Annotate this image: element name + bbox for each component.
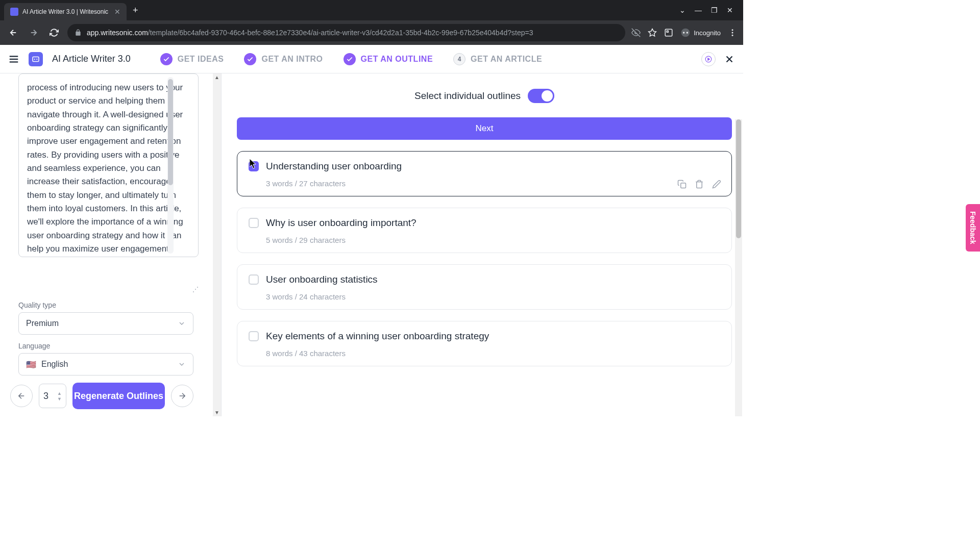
incognito-label: Incognito (694, 29, 721, 37)
outline-meta: 3 words / 27 characters (266, 179, 720, 188)
step-get-article[interactable]: 4 GET AN ARTICLE (453, 53, 542, 65)
trash-icon[interactable] (695, 180, 704, 189)
outline-checkbox[interactable] (249, 218, 259, 228)
reload-button[interactable] (47, 26, 61, 40)
edit-icon[interactable] (712, 180, 721, 189)
svg-point-6 (732, 35, 733, 36)
step-number: 4 (453, 53, 465, 65)
eye-off-icon[interactable] (631, 28, 641, 37)
outline-title: User onboarding statistics (266, 274, 378, 285)
maximize-icon[interactable]: ❐ (711, 6, 718, 14)
incognito-indicator[interactable]: Incognito (680, 28, 721, 38)
svg-rect-10 (33, 57, 39, 61)
right-panel: Select individual outlines Next Understa… (222, 73, 743, 416)
step-label: GET AN OUTLINE (361, 55, 433, 64)
outline-meta: 3 words / 24 characters (266, 292, 720, 301)
chevron-down-icon[interactable]: ▼ (57, 396, 62, 402)
outline-checkbox[interactable] (249, 161, 259, 171)
prev-button[interactable] (10, 385, 33, 407)
next-arrow-button[interactable] (171, 385, 193, 407)
resize-handle-icon[interactable]: ⋰ (192, 286, 199, 293)
toggle-row: Select individual outlines (237, 73, 732, 117)
outline-card[interactable]: Why is user onboarding important? 5 word… (237, 208, 732, 253)
outline-card[interactable]: Understanding user onboarding 3 words / … (237, 151, 732, 196)
url-field[interactable]: app.writesonic.com/template/6bc4afed-937… (67, 24, 625, 41)
toggle-label: Select individual outlines (414, 90, 521, 102)
star-icon[interactable] (648, 28, 657, 37)
play-button[interactable] (701, 52, 716, 66)
wizard-steps: GET IDEAS GET AN INTRO GET AN OUTLINE 4 … (160, 53, 692, 65)
intro-text: process of introducing new users to your… (27, 83, 183, 257)
language-value: English (41, 360, 68, 369)
lock-icon (75, 29, 82, 36)
hamburger-menu[interactable] (8, 54, 19, 65)
individual-outlines-toggle[interactable] (528, 89, 554, 103)
quality-value: Premium (26, 319, 59, 328)
header-actions (701, 52, 735, 66)
check-icon (160, 53, 173, 65)
svg-marker-0 (649, 29, 656, 36)
app-title: AI Article Writer 3.0 (52, 54, 131, 64)
language-select[interactable]: 🇺🇸 English (18, 353, 193, 375)
language-label: Language (18, 342, 193, 350)
chevron-up-icon[interactable]: ▲ (57, 391, 62, 396)
extensions-icon[interactable] (664, 28, 673, 37)
step-label: GET AN INTRO (261, 55, 323, 64)
svg-point-3 (681, 29, 690, 37)
step-label: GET AN ARTICLE (471, 55, 542, 64)
outline-meta: 5 words / 29 characters (266, 236, 720, 244)
tab-bar: AI Article Writer 3.0 | Writesonic ✕ + ⌄… (0, 0, 743, 20)
outline-checkbox[interactable] (249, 274, 259, 285)
address-bar-icons: Incognito (631, 28, 737, 38)
step-label: GET IDEAS (178, 55, 224, 64)
close-window-icon[interactable]: ✕ (727, 6, 733, 14)
forward-button[interactable] (27, 26, 41, 40)
right-panel-scrollbar[interactable] (735, 119, 742, 416)
svg-marker-14 (708, 58, 710, 60)
content: process of introducing new users to your… (0, 73, 743, 416)
quality-label: Quality type (18, 301, 193, 309)
browser-tab[interactable]: AI Article Writer 3.0 | Writesonic ✕ (4, 3, 127, 20)
bottom-bar: 3 ▲ ▼ Regenerate Outlines (0, 375, 221, 416)
outline-card[interactable]: User onboarding statistics 3 words / 24 … (237, 264, 732, 310)
scroll-up-icon[interactable]: ▲ (214, 74, 219, 80)
card-actions (677, 180, 721, 189)
close-button[interactable] (724, 54, 735, 65)
regenerate-button[interactable]: Regenerate Outlines (72, 383, 165, 409)
intro-textarea[interactable]: process of introducing new users to your… (18, 73, 199, 257)
favicon (10, 8, 18, 16)
flag-icon: 🇺🇸 (26, 360, 36, 369)
step-get-ideas[interactable]: GET IDEAS (160, 53, 224, 65)
new-tab-button[interactable]: + (133, 5, 138, 16)
outline-title: Understanding user onboarding (266, 161, 402, 172)
quality-group: Quality type Premium (0, 301, 221, 335)
menu-icon[interactable] (728, 28, 737, 37)
left-panel-scrollbar[interactable]: ▲ ▼ (213, 73, 221, 416)
close-tab-icon[interactable]: ✕ (114, 8, 120, 16)
address-bar: app.writesonic.com/template/6bc4afed-937… (0, 20, 743, 45)
svg-point-5 (732, 32, 733, 34)
browser-chrome: AI Article Writer 3.0 | Writesonic ✕ + ⌄… (0, 0, 743, 45)
back-button[interactable] (6, 26, 20, 40)
outline-checkbox[interactable] (249, 331, 259, 341)
tabs-dropdown-icon[interactable]: ⌄ (679, 6, 685, 14)
tab-title: AI Article Writer 3.0 | Writesonic (22, 8, 110, 15)
step-get-outline[interactable]: GET AN OUTLINE (344, 53, 433, 65)
outline-title: Key elements of a winning user onboardin… (266, 331, 489, 342)
chevron-down-icon (178, 319, 186, 328)
next-button[interactable]: Next (237, 117, 732, 140)
quality-select[interactable]: Premium (18, 312, 193, 335)
svg-point-11 (34, 58, 35, 59)
svg-point-12 (36, 58, 37, 59)
count-spinners[interactable]: ▲ ▼ (57, 391, 62, 402)
textarea-scrollbar[interactable] (167, 77, 174, 254)
check-icon (244, 53, 256, 65)
step-get-intro[interactable]: GET AN INTRO (244, 53, 323, 65)
app-header: AI Article Writer 3.0 GET IDEAS GET AN I… (0, 45, 743, 73)
minimize-icon[interactable]: ― (695, 6, 702, 14)
outline-card[interactable]: Key elements of a winning user onboardin… (237, 321, 732, 366)
count-input[interactable]: 3 ▲ ▼ (39, 384, 66, 408)
svg-rect-17 (681, 183, 686, 188)
copy-icon[interactable] (677, 180, 687, 189)
scroll-down-icon[interactable]: ▼ (214, 410, 219, 415)
